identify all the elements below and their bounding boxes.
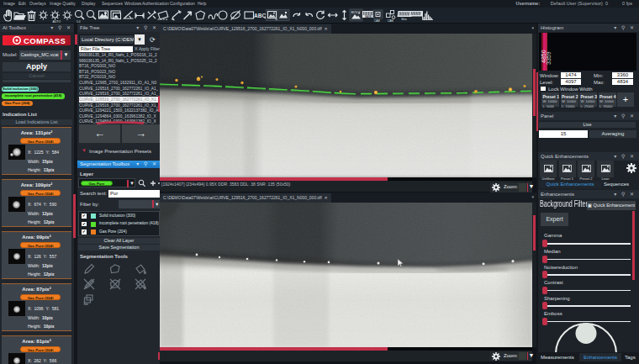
- svg-text:ABC: ABC: [254, 13, 266, 18]
- svg-text:COMPASS: COMPASS: [24, 36, 66, 45]
- svg-text:3359: 3359: [546, 51, 552, 65]
- svg-text:SAVE: SAVE: [365, 15, 372, 18]
- svg-text:CAM: CAM: [374, 19, 380, 23]
- svg-text:CAM: CAM: [388, 19, 393, 23]
- svg-text:Beta: Beta: [402, 18, 408, 21]
- svg-text:1.0: 1.0: [77, 20, 81, 24]
